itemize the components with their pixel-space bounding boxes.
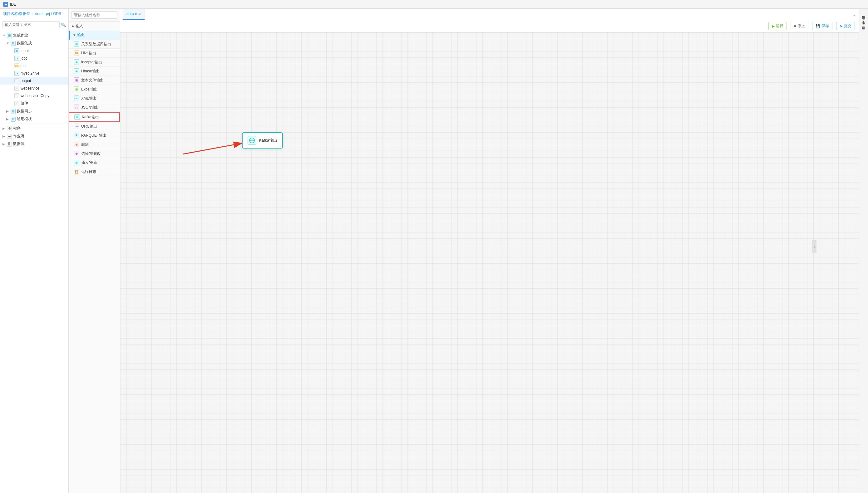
right-btn-version[interactable]: 版本	[860, 16, 867, 20]
sidebar: 项目名称/数据层： demo-prj / ODS 🔍 ▼ ⊞ 集成作业 ▼ ⊞ …	[0, 9, 69, 493]
sidebar-item-label: job	[21, 64, 26, 68]
tab-output[interactable]: output ×	[123, 9, 145, 20]
right-btn-metrics-log[interactable]: 指标日志	[860, 11, 867, 15]
sidebar-item-workflow[interactable]: ▶ ⇌ 作业流	[0, 132, 68, 140]
folder-icon: ⊞	[11, 117, 16, 122]
comp-item-relational-db-output[interactable]: ⊞ 关系型数据库输出	[69, 40, 120, 49]
file-icon: ·	[14, 93, 19, 98]
comp-item-text-file-output[interactable]: ⊞ 文本文件输出	[69, 76, 120, 85]
sidebar-item-data-integration[interactable]: ▼ ⊞ 数据集成	[0, 39, 68, 47]
sidebar-item-label: 程序	[13, 126, 21, 131]
arrow-icon: ▶	[6, 117, 10, 121]
comp-item-hbase-output[interactable]: ⊕ Hbase输出	[69, 67, 120, 76]
titlebar: ▶ IDE	[0, 0, 868, 9]
tabs-bar: output × ⌄	[120, 9, 859, 20]
sidebar-item-general-template[interactable]: ▶ ⊞ 通用模板	[0, 115, 68, 123]
comp-item-kafka-output[interactable]: ⊕ Kafka输出	[69, 112, 120, 122]
project-label: 项目名称/数据层：	[3, 12, 34, 16]
sidebar-item-job[interactable]: ▶ job job	[0, 62, 68, 69]
comp-icon: { }	[74, 105, 79, 110]
project-value: demo-prj / ODS	[35, 12, 61, 16]
comp-item-json-output[interactable]: { } JSON输出	[69, 103, 120, 112]
tab-label: output	[126, 12, 137, 16]
sidebar-item-datasource[interactable]: ▶ 🗄 数据源	[0, 140, 68, 148]
comp-icon: XML	[74, 95, 79, 101]
sidebar-item-input[interactable]: ▶ DI input	[0, 47, 68, 55]
comp-item-label: Inceptor输出	[81, 60, 102, 65]
output-section-header[interactable]: ▼ 输出	[69, 30, 120, 40]
comp-item-label: Hive输出	[81, 50, 96, 56]
file-icon: ·	[14, 101, 19, 106]
arrow-icon: ▼	[2, 34, 6, 37]
sidebar-item-label: 数据同步	[17, 109, 32, 114]
save-button[interactable]: 💾 保存	[812, 22, 832, 30]
sidebar-item-label: jdbc	[21, 56, 27, 61]
db-icon: 🗄	[7, 142, 12, 147]
submit-label: 提交	[844, 23, 851, 29]
comp-item-xml-output[interactable]: XML XML输出	[69, 94, 120, 103]
sidebar-item-label: output	[21, 79, 31, 83]
right-btn-draft[interactable]: 草稿	[860, 21, 867, 25]
sidebar-item-data-sync[interactable]: ▶ ⊞ 数据同步	[0, 107, 68, 115]
sidebar-item-mysql2hive[interactable]: ▶ DI mysql2hive	[0, 69, 68, 77]
comp-item-insert-update[interactable]: ⊕ 插入/更新	[69, 158, 120, 167]
gear-icon: ⚙	[7, 126, 12, 131]
comp-item-label: Excel输出	[81, 87, 98, 92]
expand-icon[interactable]: ⌄	[852, 12, 856, 17]
section-label: 输入	[76, 23, 83, 29]
sidebar-item-label: 组件	[21, 101, 28, 106]
comp-item-label: 插入/更新	[81, 160, 97, 165]
comp-item-hive-output[interactable]: Hi Hive输出	[69, 49, 120, 58]
search-icon[interactable]: 🔍	[61, 22, 66, 27]
save-label: 保存	[822, 23, 829, 29]
stop-button[interactable]: ■ 停止	[790, 22, 808, 30]
sidebar-item-webservice[interactable]: ▶ · webservice	[0, 85, 68, 92]
comp-item-parquet-output[interactable]: P PARQUET输出	[69, 131, 120, 140]
arrow-icon: ▶	[2, 134, 6, 138]
sidebar-item-label: 数据集成	[17, 41, 32, 46]
comp-item-orc-output[interactable]: Orc ORC输出	[69, 122, 120, 131]
sidebar-search-input[interactable]	[2, 21, 60, 28]
comp-item-label: ORC输出	[81, 124, 97, 129]
sidebar-item-label: 数据源	[13, 141, 24, 147]
sidebar-item-jdbc[interactable]: ▶ DI jdbc	[0, 55, 68, 62]
tab-close-icon[interactable]: ×	[139, 12, 141, 16]
file-icon: DI	[14, 56, 19, 61]
section-label: 输出	[77, 33, 85, 38]
sidebar-item-integration[interactable]: ▼ ⊞ 集成作业	[0, 31, 68, 39]
run-label: 运行	[776, 23, 783, 29]
run-button[interactable]: ▶ 运行	[768, 22, 787, 30]
arrow-icon: ▶	[6, 109, 10, 113]
comp-item-run-log[interactable]: 📋 运行日志	[69, 167, 120, 176]
component-search-input[interactable]	[71, 11, 118, 19]
file-icon: DI	[14, 71, 19, 76]
comp-item-inceptor-output[interactable]: ⊕ Inceptor输出	[69, 58, 120, 67]
submit-button[interactable]: ➤ 提交	[836, 22, 855, 30]
component-search	[69, 9, 120, 22]
comp-item-delete[interactable]: ⊗ 删除	[69, 140, 120, 149]
comp-item-select-update[interactable]: ⊕ 选择/增删改	[69, 149, 120, 158]
sidebar-item-program[interactable]: ▶ ⚙ 程序	[0, 125, 68, 132]
comp-item-label: 删除	[81, 142, 89, 147]
toolbar: ▶ 运行 ■ 停止 💾 保存 ➤ 提交	[120, 20, 859, 33]
sidebar-header: 项目名称/数据层： demo-prj / ODS	[0, 9, 68, 19]
sidebar-item-label: webservice-Copy	[21, 93, 49, 98]
arrow-icon: ▼	[73, 34, 76, 37]
component-list: ▶ 输入 ▼ 输出 ⊞ 关系型数据库输出 Hi Hive输出 ⊕ Incepto…	[69, 22, 120, 493]
arrow-icon: ▶	[2, 142, 6, 146]
comp-icon: P	[74, 133, 79, 138]
canvas[interactable]: Kafka输出	[120, 33, 859, 493]
comp-icon: ⊞	[74, 86, 79, 92]
sidebar-item-label: 通用模板	[17, 116, 32, 122]
sidebar-item-webservice-copy[interactable]: ▶ · webservice-Copy	[0, 92, 68, 100]
sidebar-item-component[interactable]: ▶ · 组件	[0, 100, 68, 107]
sidebar-item-output[interactable]: ▶ · output	[0, 77, 68, 85]
comp-item-label: PARQUET输出	[81, 133, 106, 138]
right-panel: 指标日志 版本 草稿	[859, 9, 868, 493]
comp-icon: ⊕	[74, 114, 80, 120]
comp-item-excel-output[interactable]: ⊞ Excel输出	[69, 85, 120, 94]
canvas-node-kafka[interactable]: Kafka输出	[242, 132, 283, 149]
canvas-area: output × ⌄ ▶ 运行 ■ 停止 💾 保存 ➤ 提交	[120, 9, 859, 493]
arrow-icon: ▼	[6, 42, 10, 45]
input-section-header[interactable]: ▶ 输入	[69, 22, 120, 30]
